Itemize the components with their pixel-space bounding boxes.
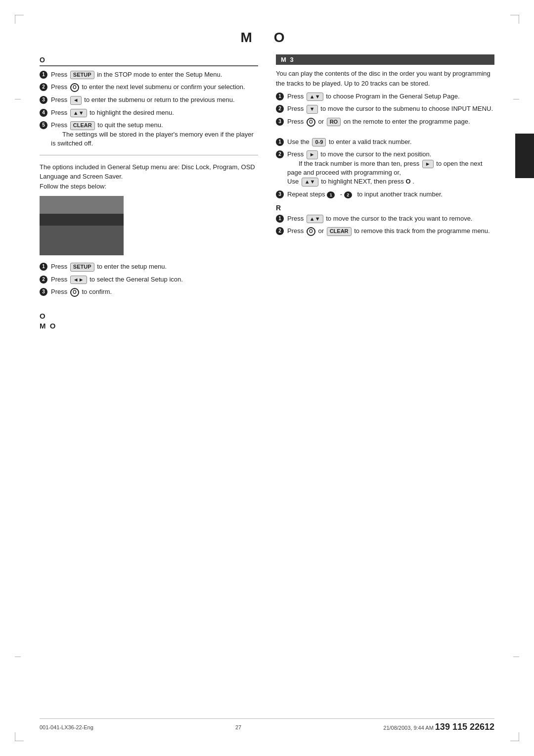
tick-left-bottom	[15, 657, 21, 657]
step-number: 3	[276, 118, 284, 126]
step-note2: If the track number is more than ten, pr…	[287, 160, 483, 186]
ref-num1: 1	[327, 191, 335, 198]
step-text: Press ▼ to move the cursor to the submen…	[287, 104, 493, 113]
step-text: Press O or CLEAR to remove this track fr…	[287, 227, 490, 236]
setup-steps-list: 1 Press SETUP in the STOP mode to enter …	[40, 70, 258, 148]
tick-right-bottom	[513, 657, 519, 657]
ro-key: RO	[327, 118, 341, 126]
section-header-o: O	[40, 54, 258, 66]
step-text: Press O or RO on the remote to enter the…	[287, 117, 470, 127]
right-intro: You can play the contents of the disc in…	[276, 69, 494, 88]
step-number: 2	[276, 227, 284, 235]
page-title: M O	[40, 30, 494, 46]
list-item: 5 Press CLEAR to quit the setup menu. Th…	[40, 121, 258, 148]
footer-center: 27	[235, 724, 241, 730]
program-steps: 1 Press ▲▼ to choose Program in the Gene…	[276, 92, 494, 127]
step-text: Press ◄► to select the General Setup ico…	[51, 275, 183, 284]
list-item: 1 Press ▲▼ to choose Program in the Gene…	[276, 92, 494, 101]
corner-mark-tl	[15, 15, 24, 24]
step-text: Repeat steps 1 - 2 to input another trac…	[287, 190, 443, 199]
step-number: 4	[40, 109, 47, 117]
footer-right: 21/08/2003, 9:44 AM 139 115 22612	[383, 722, 494, 732]
setup-key2: SETUP	[70, 263, 94, 271]
step-number: 3	[40, 96, 47, 104]
setup-screen-image	[40, 196, 124, 255]
o-key2: O	[70, 288, 79, 297]
track-entry-steps: 1 Use the 0-9 to enter a valid track num…	[276, 138, 494, 199]
corner-mark-tr	[510, 15, 519, 24]
step-number: 2	[276, 105, 284, 113]
step-number: 2	[276, 150, 284, 158]
setup-key: SETUP	[70, 71, 94, 79]
list-item: 4 Press ▲▼ to highlight the desired menu…	[40, 108, 258, 117]
list-item: 1 Press ▲▼ to move the cursor to the tra…	[276, 214, 494, 223]
next-key: ►	[422, 160, 434, 168]
clear-key2: CLEAR	[327, 227, 352, 236]
list-item: 2 Press ► to move the cursor to the next…	[276, 150, 494, 186]
list-item: 2 Press ◄► to select the General Setup i…	[40, 275, 258, 284]
list-item: 3 Press O or RO on the remote to enter t…	[276, 117, 494, 127]
nav-key2: ◄►	[70, 276, 87, 284]
o-inline: O	[405, 178, 410, 185]
step-text: Press ► to move the cursor to the next p…	[287, 150, 494, 186]
section-header-m3: M 3	[276, 54, 494, 65]
nav-key: ▲▼	[70, 109, 87, 117]
step-number: 2	[40, 83, 47, 91]
list-item: 3 Press ◄ to enter the submenu or return…	[40, 95, 258, 104]
step-text: Press O to enter the next level submenu …	[51, 83, 245, 92]
list-item: 3 Repeat steps 1 - 2 to input another tr…	[276, 190, 494, 199]
step-text: Press ▲▼ to choose Program in the Genera…	[287, 92, 460, 101]
step-text: Press ◄ to enter the submenu or return t…	[51, 95, 235, 104]
step-text: Press SETUP to enter the setup menu.	[51, 262, 167, 271]
back-key: ◄	[70, 96, 82, 104]
step-number: 3	[276, 190, 284, 198]
step-text: Press CLEAR to quit the setup menu. The …	[51, 121, 258, 148]
o-key4: O	[307, 227, 315, 236]
step-number: 1	[276, 215, 284, 223]
footer-extra: 139 115 22612	[435, 722, 494, 732]
step-text: Press ▲▼ to move the cursor to the track…	[287, 214, 472, 223]
number-btns: 0-9	[312, 138, 326, 146]
list-item: 2 Press O to enter the next level submen…	[40, 83, 258, 92]
list-item: 1 Press SETUP to enter the setup menu.	[40, 262, 258, 271]
cursor-key: ▼	[307, 105, 318, 113]
bottom-labels: O M O	[40, 312, 258, 330]
list-item: 3 Press O to confirm.	[40, 287, 258, 297]
bottom-label1: O	[40, 312, 258, 320]
cursor-key3: ▲▼	[307, 215, 323, 223]
step-text: Press SETUP in the STOP mode to enter th…	[51, 70, 222, 79]
ref-num2: 2	[344, 191, 352, 198]
two-column-layout: O 1 Press SETUP in the STOP mode to ente…	[40, 54, 494, 331]
right-column: M 3 You can play the contents of the dis…	[276, 54, 494, 331]
general-setup-text: The options included in General Setup me…	[40, 162, 258, 191]
footer-left: 001-041-LX36-22-Eng	[40, 724, 93, 730]
right-tab	[515, 134, 534, 178]
section-header-o-text: O	[40, 56, 46, 64]
remove-steps: 1 Press ▲▼ to move the cursor to the tra…	[276, 214, 494, 236]
cursor-key2: ►	[307, 150, 318, 159]
step-number: 1	[276, 138, 284, 146]
remove-header: R	[276, 204, 494, 212]
prog-key: ▲▼	[307, 93, 323, 101]
list-item: 1 Use the 0-9 to enter a valid track num…	[276, 138, 494, 146]
step-number: 5	[40, 121, 47, 129]
page: M O O 1 Press SETUP in the STOP mode to …	[0, 0, 534, 756]
step-text: Press ▲▼ to highlight the desired menu.	[51, 108, 174, 117]
step-note: The settings will be stored in the playe…	[51, 131, 254, 147]
corner-mark-bl	[15, 732, 24, 741]
step-number: 3	[40, 288, 47, 296]
tick-right-top	[513, 99, 519, 99]
step-number: 1	[40, 263, 47, 271]
nav-key3: ▲▼	[302, 178, 318, 186]
footer-date: 21/08/2003, 9:44 AM	[383, 725, 434, 731]
corner-mark-br	[510, 732, 519, 741]
o-key: O	[70, 83, 79, 92]
o-key3: O	[307, 118, 315, 127]
divider	[40, 155, 258, 155]
step-number: 1	[276, 93, 284, 100]
clear-key: CLEAR	[70, 121, 95, 130]
bottom-label2: M O	[40, 322, 258, 330]
list-item: 2 Press O or CLEAR to remove this track …	[276, 227, 494, 236]
left-column: O 1 Press SETUP in the STOP mode to ente…	[40, 54, 258, 331]
step-number: 2	[40, 276, 47, 284]
